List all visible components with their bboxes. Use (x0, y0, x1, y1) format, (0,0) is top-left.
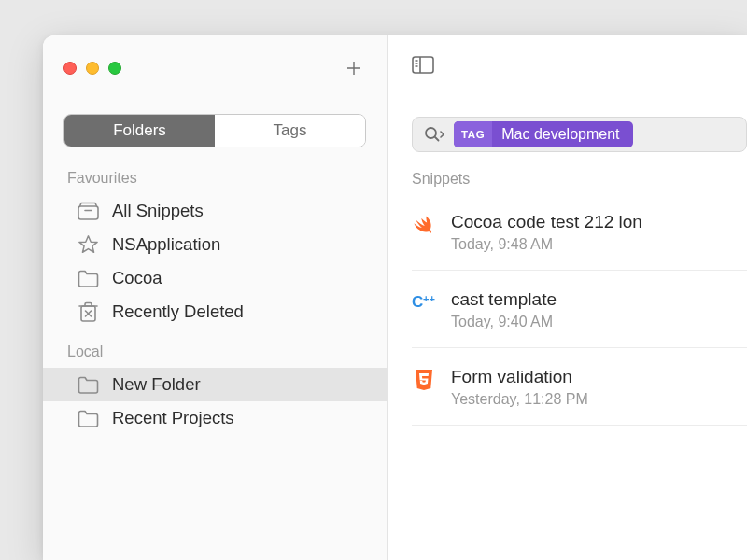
svg-marker-4 (78, 236, 96, 252)
content-pane: TAG Mac development Snippets Cocoa code … (388, 35, 747, 560)
folder-icon (77, 374, 99, 395)
sidebar-item-cocoa[interactable]: Cocoa (43, 261, 387, 295)
snippet-date: Today, 9:48 AM (451, 236, 642, 253)
snippet-title: cast template (451, 289, 557, 310)
snippet-date: Today, 9:40 AM (451, 314, 557, 330)
snippet-title: Form validation (451, 367, 588, 387)
archive-box-icon (77, 201, 99, 221)
segment-tags[interactable]: Tags (215, 115, 365, 147)
app-window: Folders Tags Favourites All Snippets NSA… (43, 35, 747, 560)
tag-chip-text: Mac development (492, 126, 632, 143)
toggle-sidebar-button[interactable] (412, 56, 434, 77)
svg-line-15 (435, 137, 439, 141)
sidebar-item-label: Recently Deleted (112, 301, 244, 322)
sidebar-item-nsapplication[interactable]: NSApplication (43, 228, 387, 261)
svg-rect-2 (78, 206, 98, 219)
snippet-row[interactable]: Form validation Yesterday, 11:28 PM (412, 348, 747, 426)
svg-point-14 (426, 128, 436, 138)
snippet-row[interactable]: C++ cast template Today, 9:40 AM (412, 271, 747, 348)
search-tag-chip[interactable]: TAG Mac development (454, 121, 633, 147)
sidebar-toggle-icon (412, 56, 434, 74)
sidebar-item-label: Cocoa (112, 268, 162, 288)
section-label-local: Local (43, 329, 387, 368)
search-icon (424, 126, 444, 143)
sidebar: Folders Tags Favourites All Snippets NSA… (43, 35, 388, 560)
sidebar-item-label: All Snippets (112, 201, 204, 221)
close-window-button[interactable] (63, 62, 77, 75)
segment-folders[interactable]: Folders (64, 115, 215, 147)
plus-icon (345, 59, 363, 77)
minimize-window-button[interactable] (86, 62, 99, 75)
star-icon (77, 234, 99, 255)
sidebar-item-recently-deleted[interactable]: Recently Deleted (43, 295, 387, 329)
svg-text:++: ++ (423, 293, 435, 304)
sidebar-item-recent-projects[interactable]: Recent Projects (43, 401, 387, 435)
html5-icon (412, 367, 436, 408)
snippet-row[interactable]: Cocoa code test 212 lon Today, 9:48 AM (412, 193, 747, 271)
folder-icon (77, 268, 99, 288)
swift-icon (412, 212, 436, 253)
titlebar (43, 35, 387, 95)
sidebar-segmented-control: Folders Tags (63, 114, 366, 147)
section-label-favourites: Favourites (43, 164, 387, 194)
folder-icon (77, 408, 99, 428)
snippet-date: Yesterday, 11:28 PM (451, 391, 588, 408)
sidebar-item-label: New Folder (112, 374, 201, 395)
sidebar-item-label: Recent Projects (112, 408, 234, 428)
tag-badge-label: TAG (454, 121, 492, 147)
content-toolbar (412, 56, 747, 100)
window-controls (63, 62, 121, 75)
sidebar-item-label: NSApplication (112, 234, 220, 255)
sidebar-item-new-folder[interactable]: New Folder (43, 368, 387, 401)
add-button[interactable] (342, 56, 366, 80)
fullscreen-window-button[interactable] (108, 62, 121, 75)
svg-text:C: C (412, 293, 423, 311)
snippets-heading: Snippets (412, 152, 747, 193)
cpp-icon: C++ (412, 289, 436, 330)
sidebar-item-all-snippets[interactable]: All Snippets (43, 194, 387, 228)
trash-icon (77, 301, 99, 322)
search-field[interactable]: TAG Mac development (412, 117, 747, 152)
snippet-title: Cocoa code test 212 lon (451, 212, 642, 232)
svg-rect-9 (413, 57, 433, 73)
